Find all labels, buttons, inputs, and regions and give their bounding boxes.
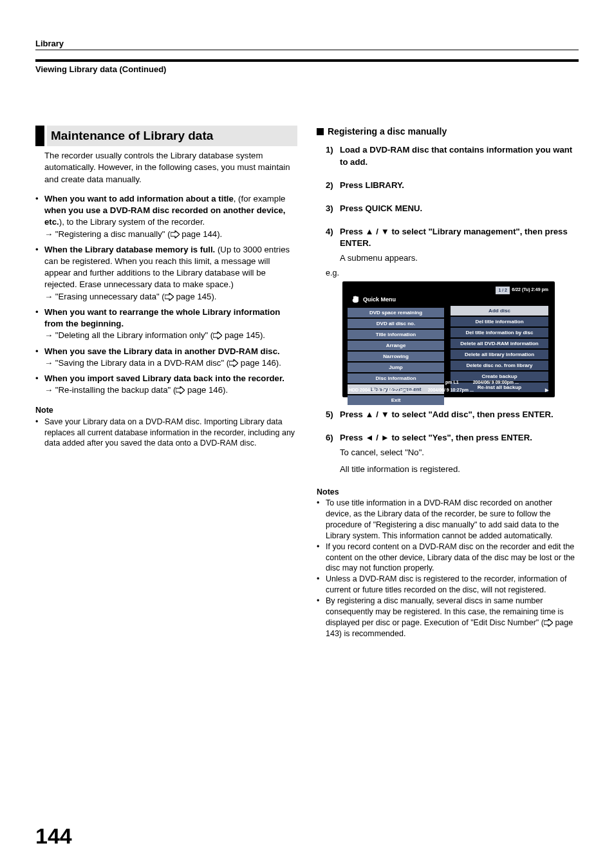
section-title: Maintenance of Library data: [47, 126, 297, 146]
menu-item: DVD space remaining: [348, 308, 444, 317]
ref-tail: page 144).: [180, 229, 223, 239]
header-continued: Viewing Library data (Continued): [35, 64, 579, 74]
reference-line: → "Registering a disc manually" ( page 1…: [44, 229, 297, 240]
bullet-lead: When you want to rearrange the whole Lib…: [44, 307, 280, 328]
submenu-item: Delete all DVD-RAM information: [451, 339, 548, 348]
ref-tail: page 146).: [238, 358, 281, 368]
ref-text: → "Registering a disc manually" (: [44, 229, 171, 239]
note-heading: Note: [35, 405, 297, 416]
rule-thin: [35, 50, 579, 50]
bullet-lead: When the Library database memory is full…: [44, 245, 215, 254]
step-item: 2) Press LIBRARY.: [326, 180, 579, 191]
bullet-lead: When you want to add information about a…: [44, 194, 234, 203]
bullet-body: When you import saved Library data back …: [44, 373, 297, 384]
page-pointer-icon: [229, 359, 238, 367]
ref-tail: page 146).: [185, 385, 228, 395]
page-pointer-icon: [544, 619, 553, 627]
bullet-dot: •: [317, 542, 326, 574]
ref-text: → "Re-installing the backup data" (: [44, 385, 176, 395]
section-heading: Maintenance of Library data: [35, 126, 297, 146]
arrow-up-down-icon: ▲ / ▼: [366, 410, 389, 419]
bullet-dot: •: [35, 244, 44, 291]
submenu-item: Del title information by disc: [451, 328, 548, 337]
ref-text: → "Saving the Library data in a DVD-RAM …: [44, 358, 229, 368]
step-item: 5) Press ▲ / ▼ to select "Add disc", the…: [326, 409, 579, 420]
bullet-item: • When you want to rearrange the whole L…: [35, 307, 297, 342]
note-body: Save your Library data on a DVD-RAM disc…: [44, 417, 297, 449]
bullet-lead: When you import saved Library data back …: [44, 373, 284, 383]
submenu-item: Delete all library information: [451, 350, 548, 359]
step-item: 1) Load a DVD-RAM disc that contains inf…: [326, 144, 579, 167]
page-chip: 1 / 2: [496, 287, 510, 294]
bullet-text: ), to the Library system of the recorder…: [59, 217, 205, 227]
bullet-dot: •: [35, 346, 44, 357]
ref-text: → "Deleting all the Library information …: [44, 330, 213, 340]
bullet-item: • When you import saved Library data bac…: [35, 373, 297, 396]
menu-item: DVD all disc no.: [348, 319, 444, 328]
example-label: e.g.: [326, 268, 579, 279]
status-text: HDD 2004/ 6/ 8 Tu 10:27 pm L2: [349, 387, 414, 393]
step-item: 6) Press ◄ / ► to select "Yes", then pre…: [326, 432, 579, 475]
bullet-lead: When you save the Library data in anothe…: [44, 346, 280, 356]
bullet-text: , (for example: [234, 194, 286, 203]
menu-item: Arrange: [348, 341, 444, 350]
header-category: Library: [35, 39, 579, 48]
bullet-dot: •: [35, 307, 44, 330]
note-body: Unless a DVD-RAM disc is registered to t…: [326, 574, 579, 596]
step-title: Press QUICK MENU.: [340, 203, 422, 213]
note-body: By registering a disc manually, several …: [326, 596, 579, 639]
arrow-left-right-icon: ◄ / ►: [366, 433, 389, 442]
note-item: • If you record content on a DVD-RAM dis…: [317, 542, 579, 574]
menu-item: Title information: [348, 330, 444, 339]
bullet-body: When you want to add information about a…: [44, 193, 297, 229]
intro-paragraph: The recorder usually controls the Librar…: [44, 150, 297, 185]
bullet-dot: •: [35, 417, 44, 449]
reference-line: → "Re-installing the backup data" ( page…: [44, 384, 297, 396]
datetime-label: 6/22 (Tu) 2:49 pm: [512, 287, 548, 293]
left-column: Maintenance of Library data The recorder…: [35, 126, 297, 639]
note-item: • Save your Library data on a DVD-RAM di…: [35, 417, 297, 449]
step-text: to select "Yes", then press ENTER.: [389, 433, 532, 442]
status-row: pm L1 2004/06/ 9 09:00pm ...: [349, 379, 548, 386]
notes-heading: Notes: [317, 487, 579, 498]
arrow-up-down-icon: ▲ / ▼: [366, 227, 389, 236]
status-text: 2004/06/ 9 10:27pm ...: [428, 387, 474, 393]
step-text: Press: [340, 433, 366, 442]
submenu-item: Del title information: [451, 317, 548, 326]
submenu-item: Delete disc no. from library: [451, 361, 548, 370]
step-item: 4) Press ▲ / ▼ to select "Library manage…: [326, 226, 579, 264]
step-item: 3) Press QUICK MENU.: [326, 203, 579, 214]
bullet-body: When you want to rearrange the whole Lib…: [44, 307, 297, 330]
note-item: • By registering a disc manually, severa…: [317, 596, 579, 639]
step-subtext: To cancel, select "No".: [340, 447, 579, 458]
step-number: 2): [326, 180, 340, 191]
menu-item: Jump: [348, 363, 444, 372]
page-number: 144: [35, 824, 72, 849]
step-title: Load a DVD-RAM disc that contains inform…: [340, 145, 572, 166]
bullet-item: • When the Library database memory is fu…: [35, 244, 297, 303]
step-title: Press LIBRARY.: [340, 180, 404, 190]
submenu-item-selected: Add disc: [451, 306, 548, 316]
bullet-dot: •: [35, 373, 44, 384]
step-number: 1): [326, 144, 340, 167]
subsection-heading: Registering a disc manually: [317, 126, 579, 138]
bullet-dot: •: [317, 596, 326, 639]
status-row: HDD 2004/ 6/ 8 Tu 10:27 pm L2 2004/06/ 9…: [349, 387, 548, 393]
step-text: to select "Add disc", then press ENTER.: [389, 410, 554, 419]
ref-text: → "Erasing unnecessary data" (: [44, 292, 165, 301]
page-pointer-icon: [176, 386, 185, 394]
step-subtext: All title information is registered.: [340, 464, 579, 475]
reference-line: → "Erasing unnecessary data" ( page 145)…: [44, 291, 297, 303]
square-icon: [317, 128, 324, 135]
quick-menu-title: Quick Menu: [363, 296, 396, 303]
status-text: 2004/06/ 9 09:00pm ...: [473, 379, 519, 386]
bullet-dot: •: [317, 498, 326, 542]
step-text: Press: [340, 227, 366, 236]
bullet-dot: •: [35, 193, 44, 229]
page-pointer-icon: [165, 293, 174, 301]
menu-item: Exit: [348, 395, 444, 405]
bullet-body: When you save the Library data in anothe…: [44, 346, 297, 357]
chevron-right-icon: ▶: [545, 387, 548, 393]
note-body: If you record content on a DVD-RAM disc …: [326, 542, 579, 574]
note-item: • Unless a DVD-RAM disc is registered to…: [317, 574, 579, 596]
